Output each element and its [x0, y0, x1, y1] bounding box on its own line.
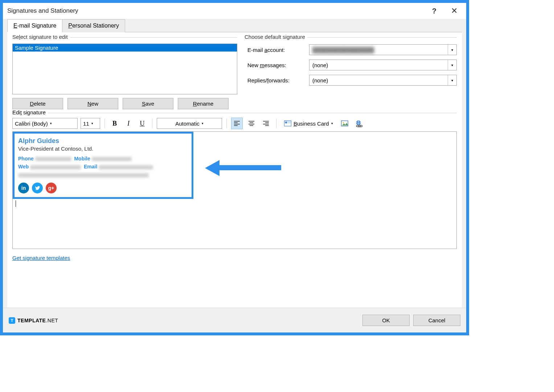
new-messages-label: New messages:: [247, 62, 309, 68]
chevron-down-icon: ▾: [331, 122, 333, 125]
chevron-down-icon: ▾: [50, 122, 52, 125]
bold-button[interactable]: B: [109, 118, 120, 129]
chevron-down-icon: ▾: [448, 45, 456, 55]
separator: [226, 119, 227, 128]
signature-list[interactable]: Sample Signature: [12, 44, 237, 94]
signature-name: Alphr Guides: [18, 137, 187, 145]
ok-button[interactable]: OK: [362, 315, 410, 326]
email-label: Email: [84, 164, 97, 170]
email-account-label: E-mail account:: [247, 47, 309, 53]
chevron-down-icon: ▾: [202, 122, 204, 125]
mobile-value-redacted: [92, 157, 132, 161]
twitter-icon[interactable]: [32, 183, 43, 193]
googleplus-icon[interactable]: g+: [46, 183, 57, 193]
chevron-down-icon: ▾: [448, 60, 456, 70]
rename-button[interactable]: Rename: [178, 98, 229, 109]
email-account-select[interactable]: ████████████████ ▾: [309, 44, 457, 55]
business-card-icon: [284, 121, 291, 126]
select-signature-group: Select signature to edit Sample Signatur…: [12, 37, 237, 109]
close-icon[interactable]: ✕: [451, 6, 457, 16]
underline-button[interactable]: U: [137, 118, 148, 129]
client-area: E-mail Signature Personal Stationery Sel…: [3, 19, 466, 308]
email-account-value: ████████████████: [312, 47, 374, 53]
annotation-arrow: [205, 160, 281, 175]
replies-value: (none): [312, 77, 328, 83]
font-name-select[interactable]: Calibri (Body)▾: [12, 118, 78, 129]
new-messages-select[interactable]: (none) ▾: [309, 60, 457, 70]
insert-hyperlink-button[interactable]: [353, 118, 364, 129]
tab-strip: E-mail Signature Personal Stationery: [7, 19, 462, 32]
edit-signature-group: Edit signature Calibri (Body)▾ 11▾ B I U…: [12, 113, 457, 261]
font-color-select[interactable]: Automatic▾: [157, 118, 222, 129]
tab-content: Select signature to edit Sample Signatur…: [7, 32, 462, 307]
get-templates-link[interactable]: Get signature templates: [12, 255, 70, 261]
business-card-button[interactable]: Business Card ▾: [281, 118, 336, 129]
default-signature-legend: Choose default signature: [245, 34, 307, 40]
align-left-button[interactable]: [231, 118, 243, 129]
svg-point-1: [342, 122, 344, 123]
replies-select[interactable]: (none) ▾: [309, 75, 457, 86]
signature-editor[interactable]: Alphr Guides Vice-President at Contoso, …: [12, 131, 457, 249]
tab-email-signature[interactable]: E-mail Signature: [7, 19, 62, 32]
email-value-redacted: [99, 165, 153, 170]
text-cursor: [16, 200, 456, 207]
chevron-down-icon: ▾: [91, 122, 93, 125]
edit-signature-legend: Edit signature: [12, 109, 48, 115]
separator: [276, 119, 276, 128]
align-right-button[interactable]: [260, 118, 272, 129]
chevron-down-icon: ▾: [448, 75, 456, 85]
font-size-select[interactable]: 11▾: [81, 118, 100, 129]
new-button[interactable]: New: [67, 98, 118, 109]
separator: [152, 119, 152, 128]
select-signature-legend: Select signature to edit: [12, 34, 70, 40]
separator: [104, 119, 105, 128]
phone-label: Phone: [18, 156, 34, 162]
window-title: Signatures and Stationery: [7, 7, 78, 15]
align-center-button[interactable]: [246, 118, 257, 129]
editor-toolbar: Calibri (Body)▾ 11▾ B I U Automatic▾: [12, 118, 457, 129]
footer-bar: T TEMPLATE.NET OK Cancel: [3, 308, 466, 332]
default-signature-group: Choose default signature E-mail account:…: [245, 37, 457, 109]
cancel-button[interactable]: Cancel: [413, 315, 460, 326]
signature-preview-card: Alphr Guides Vice-President at Contoso, …: [13, 132, 193, 199]
tab-personal-stationery[interactable]: Personal Stationery: [62, 19, 125, 32]
insert-picture-button[interactable]: [339, 118, 350, 129]
signature-list-item[interactable]: Sample Signature: [13, 44, 237, 52]
italic-button[interactable]: I: [123, 118, 134, 129]
logo: T TEMPLATE.NET: [9, 317, 58, 324]
web-value-redacted: [30, 165, 81, 170]
new-messages-value: (none): [312, 62, 328, 68]
linkedin-icon[interactable]: in: [18, 183, 29, 193]
web-label: Web: [18, 164, 29, 170]
title-bar: Signatures and Stationery ? ✕: [3, 3, 466, 19]
address-redacted: [18, 173, 149, 177]
replies-label: Replies/forwards:: [247, 77, 309, 83]
save-button[interactable]: Save: [123, 98, 173, 109]
delete-button[interactable]: Delete: [12, 98, 63, 109]
phone-value-redacted: [35, 157, 71, 161]
mobile-label: Mobile: [74, 156, 90, 162]
help-icon[interactable]: ?: [432, 7, 436, 15]
signature-job-title: Vice-President at Contoso, Ltd.: [18, 146, 187, 152]
logo-icon: T: [9, 317, 15, 324]
dialog-window: Signatures and Stationery ? ✕ E-mail Sig…: [0, 0, 469, 335]
